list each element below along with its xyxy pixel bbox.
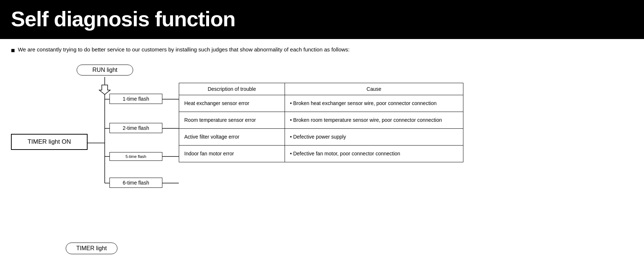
svg-marker-11 — [99, 85, 110, 94]
cause-2: • Broken room temperature sensor wire, p… — [285, 112, 463, 129]
timer-on-box: TIMER light ON — [11, 134, 88, 150]
intro-bullet: ■ — [11, 47, 15, 54]
flash-1-box: 1-time flash — [109, 94, 162, 104]
table-header-cause: Cause — [285, 83, 463, 95]
cause-3: • Defective power supply — [285, 129, 463, 146]
bottom-section: TIMER light — [0, 229, 644, 258]
flash-2-box: 2-time flash — [109, 123, 162, 133]
page-title: Self diagnosis function — [11, 7, 235, 31]
timer-light-box: TIMER light — [66, 243, 117, 254]
cause-1: • Broken heat exchanger sensor wire, poo… — [285, 95, 463, 112]
header-bar: Self diagnosis function — [0, 0, 644, 39]
flash-6-box: 6-time flash — [109, 178, 162, 188]
diagram-area: RUN light 1-time flash 2-time flash 5-ti… — [0, 57, 644, 229]
flowchart: RUN light 1-time flash 2-time flash 5-ti… — [11, 65, 266, 225]
cause-4: • Defective fan motor, poor connector co… — [285, 146, 463, 162]
intro-section: ■ We are constantly trying to do better … — [0, 43, 644, 57]
run-light-box: RUN light — [77, 65, 133, 75]
flash-5-box: 5-time flash — [109, 152, 162, 161]
intro-text: We are constantly trying to do better se… — [18, 46, 350, 53]
